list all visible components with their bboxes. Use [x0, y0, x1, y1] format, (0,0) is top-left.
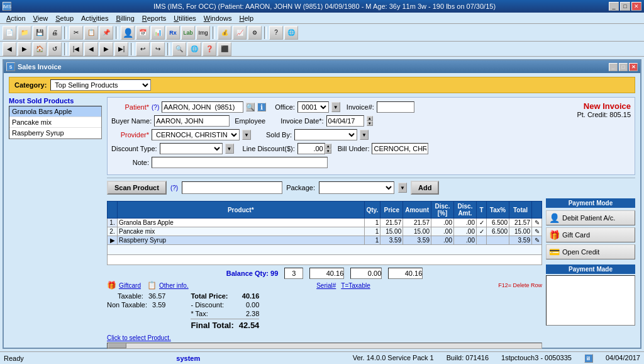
tb-save[interactable]: 💾	[33, 26, 47, 40]
tb2-first[interactable]: |◀	[69, 42, 83, 56]
scan-input[interactable]	[182, 181, 282, 194]
tb2-last[interactable]: ▶|	[114, 42, 128, 56]
package-select[interactable]	[319, 181, 394, 194]
row3-t[interactable]	[477, 236, 487, 245]
minimize-button[interactable]: _	[609, 2, 619, 11]
row2-qty[interactable]: 1	[364, 227, 380, 236]
row1-qty[interactable]: 1	[364, 219, 380, 227]
row3-price[interactable]: 3.59	[380, 236, 403, 245]
tb-setup2[interactable]: ⚙	[248, 26, 262, 40]
tb-globe[interactable]: 🌐	[284, 26, 298, 40]
tb-report[interactable]: 📈	[233, 26, 247, 40]
product-item-1[interactable]: Pancake mix	[9, 117, 101, 128]
row2-total[interactable]: 15.00	[509, 227, 532, 236]
gift-card-button[interactable]: 🎁 Gift Card	[546, 227, 635, 242]
product-item-2[interactable]: Raspberry Syrup	[9, 128, 101, 139]
tb2-home[interactable]: 🏠	[33, 42, 47, 56]
category-select[interactable]: Top Selling Products	[50, 79, 151, 91]
f12-delete-label[interactable]: F12= Delete Row	[498, 282, 542, 288]
discount-type-combo-arrow[interactable]: ▼	[225, 144, 234, 154]
horizontal-scrollbar[interactable]	[107, 343, 542, 349]
tb2-back[interactable]: ◀	[3, 42, 16, 56]
open-credit-button[interactable]: 💳 Open Credit	[546, 244, 635, 259]
tb2-undo[interactable]: ↩	[136, 42, 150, 56]
inner-minimize[interactable]: _	[609, 63, 618, 71]
tb-copy[interactable]: 📋	[84, 26, 98, 40]
maximize-button[interactable]: □	[620, 2, 630, 11]
row1-tax-pct[interactable]: 6.500	[487, 219, 509, 227]
sold-by-combo-arrow[interactable]: ▼	[360, 130, 369, 140]
row3-disc-amt[interactable]: .00	[454, 236, 477, 245]
patient-hint[interactable]: (?)	[152, 104, 159, 111]
tb-help[interactable]: ?	[269, 26, 283, 40]
row2-amount[interactable]: 15.00	[403, 227, 431, 236]
row1-total[interactable]: 21.57	[509, 219, 532, 227]
office-select[interactable]: 0001	[297, 101, 329, 113]
invoice-input[interactable]	[377, 101, 414, 113]
row1-product[interactable]: Granola Bars Apple	[118, 219, 365, 227]
row1-edit-icon[interactable]: ✎	[532, 219, 542, 227]
tb-bill[interactable]: 💰	[218, 26, 231, 40]
tb-schedule[interactable]: 📅	[136, 26, 150, 40]
row3-tax-pct[interactable]	[487, 236, 509, 245]
discount-down-arrow[interactable]: ▼	[325, 149, 331, 154]
tb-chart[interactable]: 📊	[151, 26, 165, 40]
provider-combo-arrow[interactable]: ▼	[242, 130, 251, 140]
patient-input[interactable]	[162, 101, 243, 113]
tb-new[interactable]: 📄	[3, 26, 16, 40]
tb-paste[interactable]: 📌	[99, 26, 113, 40]
tb-cut[interactable]: ✂	[69, 26, 83, 40]
inner-restore[interactable]: □	[619, 63, 628, 71]
tb2-redo[interactable]: ↪	[151, 42, 165, 56]
row2-edit-icon[interactable]: ✎	[532, 227, 542, 236]
scan-hint[interactable]: (?)	[170, 185, 178, 191]
line-discount-spinner[interactable]: ▲ ▼	[325, 144, 331, 154]
row2-price[interactable]: 15.00	[380, 227, 403, 236]
inner-close[interactable]: ✕	[629, 63, 638, 71]
tb2-prev[interactable]: ◀	[84, 42, 98, 56]
scroll-thumb[interactable]	[108, 343, 126, 348]
sold-by-select[interactable]	[294, 129, 357, 140]
menu-reports[interactable]: Reports	[138, 13, 170, 23]
row1-disc-amt[interactable]: .00	[454, 219, 477, 227]
add-button[interactable]: Add	[411, 181, 439, 195]
taxable-link[interactable]: T=Taxable	[341, 282, 370, 289]
office-combo-arrow[interactable]: ▼	[331, 102, 340, 112]
invoice-date-spinner[interactable]: ▲ ▼	[367, 116, 373, 126]
row3-qty[interactable]: 1	[364, 236, 380, 245]
balance-discount-input[interactable]	[350, 268, 382, 279]
date-up-arrow[interactable]: ▲	[367, 116, 373, 121]
buyer-input[interactable]	[154, 115, 230, 127]
menu-billing[interactable]: Billing	[112, 13, 138, 23]
tb2-search[interactable]: 🔍	[172, 42, 186, 56]
tb2-help2[interactable]: ❓	[203, 42, 216, 56]
balance-subtotal-input[interactable]	[309, 268, 344, 279]
row2-disc-amt[interactable]: .00	[454, 227, 477, 236]
row2-t[interactable]: ✓	[477, 227, 487, 236]
tb-print[interactable]: 🖨	[48, 26, 62, 40]
row3-disc-pct[interactable]: .00	[431, 236, 454, 245]
row2-disc-pct[interactable]: .00	[431, 227, 454, 236]
note-input[interactable]	[152, 157, 328, 168]
menu-action[interactable]: Action	[3, 13, 30, 23]
row1-t[interactable]: ✓	[477, 219, 487, 227]
close-button[interactable]: ✕	[631, 2, 641, 11]
discount-type-select[interactable]	[160, 143, 223, 154]
row2-tax-pct[interactable]: 6.500	[487, 227, 509, 236]
package-combo-arrow[interactable]: ▼	[398, 183, 407, 193]
date-down-arrow[interactable]: ▼	[367, 121, 373, 126]
tb-lab[interactable]: Lab	[181, 26, 195, 40]
invoice-date-input[interactable]	[326, 115, 364, 127]
tb-open[interactable]: 📁	[18, 26, 31, 40]
tb2-next[interactable]: ▶	[99, 42, 113, 56]
balance-qty-input[interactable]	[284, 268, 303, 279]
tb-img[interactable]: Img	[196, 26, 210, 40]
row1-amount[interactable]: 21.57	[403, 219, 431, 227]
patient-info-icon[interactable]: ℹ	[257, 103, 266, 111]
menu-help[interactable]: Help	[235, 13, 257, 23]
tb-rx[interactable]: Rx	[166, 26, 180, 40]
row1-disc-pct[interactable]: .00	[431, 219, 454, 227]
row3-amount[interactable]: 3.59	[403, 236, 431, 245]
line-discount-input[interactable]	[297, 143, 325, 154]
tb-patient[interactable]: 👤	[121, 26, 135, 40]
